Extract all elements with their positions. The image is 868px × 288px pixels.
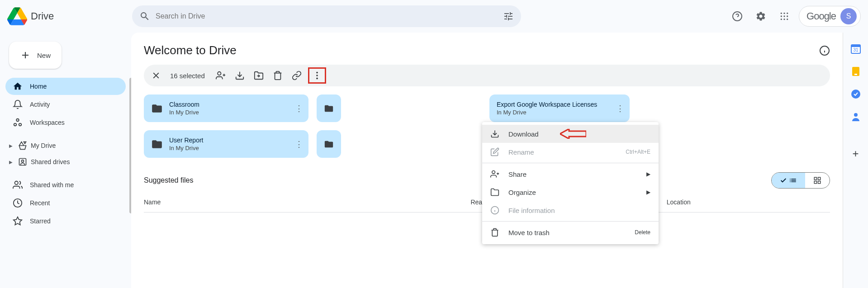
chevron-right-icon: ▶ <box>9 143 14 148</box>
col-location[interactable]: Location <box>667 198 830 206</box>
ctx-share[interactable]: Share ▶ <box>482 165 659 183</box>
check-icon <box>780 177 787 184</box>
keep-icon[interactable] <box>850 66 861 77</box>
download-icon <box>490 129 499 138</box>
ctx-download[interactable]: Download <box>482 125 659 143</box>
tune-icon[interactable] <box>503 11 514 22</box>
svg-point-8 <box>783 19 785 20</box>
link-button[interactable] <box>292 71 302 80</box>
new-button[interactable]: New <box>9 42 62 69</box>
avatar[interactable]: S <box>840 8 857 24</box>
col-name[interactable]: Name <box>144 198 470 206</box>
file-name: Classroom <box>169 101 199 108</box>
ctx-label: Move to trash <box>508 229 550 236</box>
svg-point-33 <box>851 90 860 99</box>
svg-point-34 <box>854 113 858 117</box>
separator <box>482 163 659 163</box>
file-card[interactable] <box>317 94 341 122</box>
new-button-label: New <box>37 52 51 59</box>
grid-view-button[interactable] <box>805 173 830 188</box>
account-badge[interactable]: Google S <box>799 6 861 27</box>
sidebar-tree-shareddrives[interactable]: ▶ Shared drives <box>5 154 126 170</box>
svg-rect-29 <box>851 45 860 47</box>
apps-icon[interactable] <box>775 7 793 25</box>
svg-rect-24 <box>818 181 821 184</box>
trash-icon <box>490 228 499 237</box>
ctx-file-info: File information <box>482 201 659 219</box>
people-icon <box>13 180 23 190</box>
tasks-icon[interactable] <box>850 89 861 99</box>
help-icon[interactable] <box>728 7 746 25</box>
svg-point-9 <box>787 19 788 20</box>
file-menu-icon[interactable]: ⋮ <box>295 104 303 113</box>
selection-bar: 16 selected <box>144 65 830 86</box>
file-card[interactable] <box>317 130 341 158</box>
svg-rect-22 <box>814 177 816 179</box>
file-name: Export Google Workspace Licenses <box>497 101 597 108</box>
ctx-organize[interactable]: Organize ▶ <box>482 183 659 201</box>
ctx-shortcut: Delete <box>635 229 650 236</box>
add-rail-icon[interactable]: + <box>852 147 859 160</box>
sidebar-item-label: Recent <box>30 199 50 207</box>
person-add-icon <box>490 170 499 179</box>
svg-point-4 <box>781 15 782 17</box>
settings-icon[interactable] <box>752 7 770 25</box>
ctx-label: Share <box>508 170 526 178</box>
sidebar-item-home[interactable]: Home <box>5 78 126 95</box>
file-menu-icon[interactable]: ⋮ <box>295 139 303 149</box>
download-button[interactable] <box>235 71 245 80</box>
folder-icon <box>151 103 163 114</box>
folder-icon <box>490 188 499 197</box>
contacts-icon[interactable] <box>850 111 861 122</box>
workspaces-icon <box>13 118 23 127</box>
ctx-trash[interactable]: Move to trash Delete <box>482 223 659 241</box>
shared-drives-icon <box>18 157 27 166</box>
star-icon <box>13 216 23 226</box>
search-input[interactable] <box>150 12 503 20</box>
sidebar-item-starred[interactable]: Starred <box>5 212 126 230</box>
sidebar-tree-mydrive[interactable]: ▶ My Drive <box>5 137 126 154</box>
file-card[interactable]: ClassroomIn My Drive ⋮ <box>144 94 308 122</box>
top-bar: Drive Google S <box>0 0 868 33</box>
info-icon <box>490 206 499 215</box>
svg-rect-23 <box>818 177 821 179</box>
close-selection-icon[interactable] <box>151 71 161 80</box>
folder-icon <box>324 138 334 150</box>
move-button[interactable] <box>254 71 264 80</box>
trash-button[interactable] <box>273 71 283 80</box>
svg-point-11 <box>14 123 17 126</box>
svg-point-5 <box>783 15 785 17</box>
sidebar-item-recent[interactable]: Recent <box>5 194 126 212</box>
search-bar[interactable] <box>132 5 521 27</box>
file-card[interactable]: Export Google Workspace LicensesIn My Dr… <box>489 94 630 122</box>
list-view-button[interactable] <box>772 173 805 188</box>
svg-point-12 <box>19 123 22 126</box>
plus-icon <box>20 50 31 61</box>
drive-logo-icon <box>7 7 27 25</box>
svg-point-20 <box>316 75 318 76</box>
calendar-icon[interactable]: 31 <box>850 43 861 54</box>
suggested-title: Suggested files <box>144 176 193 184</box>
svg-rect-25 <box>814 181 816 184</box>
logo-area[interactable]: Drive <box>7 7 125 25</box>
file-card[interactable]: User ReportIn My Drive ⋮ <box>144 130 308 158</box>
svg-point-26 <box>492 171 495 174</box>
bell-icon <box>13 99 23 109</box>
context-menu: Download Rename Ctrl+Alt+E Share ▶ Organ… <box>482 122 659 244</box>
share-button[interactable] <box>216 71 226 80</box>
drive-icon <box>18 141 27 150</box>
chevron-right-icon: ▶ <box>646 171 650 177</box>
svg-point-6 <box>787 15 788 17</box>
sidebar-item-activity[interactable]: Activity <box>5 96 126 113</box>
sidebar-item-workspaces[interactable]: Workspaces <box>5 114 126 131</box>
sidebar-item-sharedwithme[interactable]: Shared with me <box>5 176 126 194</box>
more-options-button[interactable] <box>308 67 326 84</box>
file-location: In My Drive <box>169 109 199 116</box>
info-icon[interactable] <box>819 45 830 56</box>
ctx-label: File information <box>508 207 555 214</box>
sidebar-item-label: Starred <box>30 217 51 225</box>
file-menu-icon[interactable]: ⋮ <box>616 104 624 113</box>
home-icon <box>13 81 23 91</box>
list-icon <box>789 176 797 184</box>
edit-icon <box>490 147 499 156</box>
